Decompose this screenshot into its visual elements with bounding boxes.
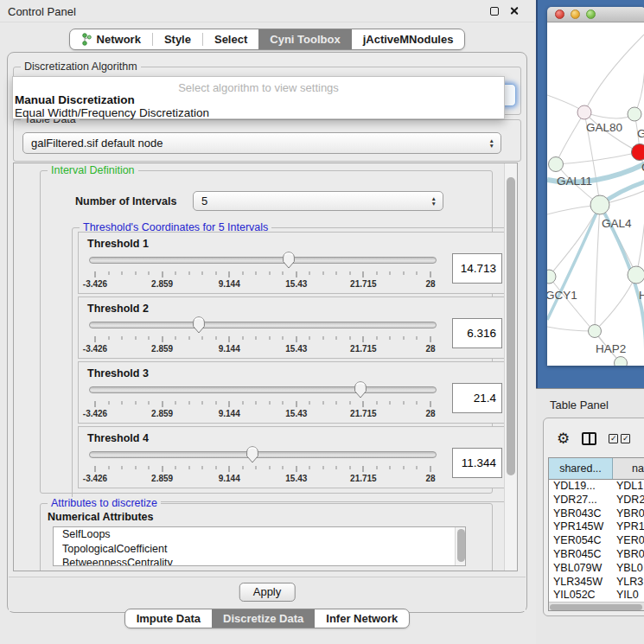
slider-tick	[95, 271, 96, 277]
threshold-slider[interactable]: -3.4262.8599.14415.4321.71528	[87, 380, 438, 420]
scrollbar-thumb[interactable]	[457, 529, 465, 562]
gear-icon[interactable]: ⚙	[557, 431, 570, 446]
slider-tick	[188, 271, 189, 275]
column-selector-icon[interactable]	[582, 432, 596, 445]
network-node[interactable]	[589, 325, 602, 338]
slider-track[interactable]	[89, 451, 437, 458]
scrollbar-thumb[interactable]	[550, 604, 642, 610]
slider-tick-label: 28	[425, 279, 435, 289]
apply-button[interactable]: Apply	[239, 583, 296, 602]
slider-tick	[188, 336, 189, 340]
scrollbar-thumb[interactable]	[507, 177, 515, 475]
network-node[interactable]	[549, 157, 564, 172]
table-row[interactable]: YLR345WYLR3	[549, 576, 644, 590]
float-window-icon[interactable]	[490, 7, 499, 16]
threshold-value-field[interactable]	[452, 253, 502, 284]
column-header-2[interactable]: na	[613, 458, 644, 479]
slider-tick	[390, 336, 391, 340]
network-node[interactable]	[615, 357, 628, 367]
zoom-traffic-light-icon[interactable]	[586, 10, 596, 19]
table-cell: YER0	[613, 534, 644, 548]
attribute-list-item[interactable]: SelfLoops	[54, 527, 465, 542]
slider-tick	[122, 336, 123, 340]
table-panel-container: ⚙ ✓ ✓ shared...na YDL19...YDL1YDR27...YD…	[543, 418, 644, 616]
slider-tick	[122, 401, 123, 405]
table-cell: YDR27...	[549, 494, 613, 507]
network-node[interactable]	[632, 144, 644, 161]
dropdown-placeholder[interactable]: Select algorithm to view settings	[13, 81, 504, 94]
threshold-slider[interactable]: -3.4262.8599.14415.4321.71528	[87, 445, 438, 485]
table-row[interactable]: YBR045CYBR0	[549, 548, 644, 562]
slider-tick	[108, 271, 109, 275]
checkbox-checked-icon[interactable]: ✓	[609, 434, 618, 443]
slider-tick	[390, 271, 391, 275]
tab-network[interactable]: Network	[70, 29, 152, 49]
slider-tick-label: 15.43	[285, 409, 307, 418]
attributes-scrollbar[interactable]	[455, 527, 465, 565]
column-header-1[interactable]: shared...	[549, 458, 613, 479]
table-cell: YBR045C	[549, 548, 613, 562]
network-node[interactable]	[628, 266, 644, 284]
slider-tick	[363, 466, 364, 472]
threshold-slider[interactable]: -3.4262.8599.14415.4321.71528	[87, 316, 438, 355]
tab-select[interactable]: Select	[203, 29, 258, 49]
slider-track[interactable]	[89, 386, 437, 393]
checkbox-checked-icon[interactable]: ✓	[621, 434, 630, 443]
threshold-value-field[interactable]	[452, 448, 502, 478]
network-canvas[interactable]: GAL80GACGAL11GAL4GCY1HHAP2	[547, 22, 644, 366]
slider-tick-label: 15.43	[285, 474, 307, 483]
slider-tick-label: 28	[425, 474, 435, 483]
number-of-intervals-combobox[interactable]: 5 ▲▼	[193, 191, 443, 211]
threshold-label: Threshold 4	[87, 432, 502, 444]
tab-style[interactable]: Style	[153, 29, 202, 49]
slider-tick	[417, 336, 418, 340]
slider-tick	[242, 466, 243, 469]
network-node[interactable]	[577, 105, 591, 119]
slider-track[interactable]	[89, 257, 437, 264]
network-node[interactable]	[628, 107, 641, 121]
table-cell: YPR145W	[549, 520, 613, 534]
table-row[interactable]: YPR145WYPR1	[549, 520, 644, 534]
slider-tick-label: 21.715	[350, 409, 377, 418]
close-icon[interactable]	[509, 6, 519, 16]
minimize-traffic-light-icon[interactable]	[571, 10, 580, 19]
network-edge	[584, 35, 644, 112]
slider-thumb-icon[interactable]	[193, 316, 206, 334]
threshold-value-field[interactable]	[452, 383, 502, 413]
tab-jactivemnodules[interactable]: jActiveMNodules	[352, 29, 465, 49]
table-data-combobox[interactable]: galFiltered.sif default node ▲▼	[22, 132, 501, 154]
threshold-slider[interactable]: -3.4262.8599.14415.4321.71528	[87, 251, 438, 290]
tab-discretize-data[interactable]: Discretize Data	[212, 609, 315, 628]
tab-infer-network[interactable]: Infer Network	[315, 609, 409, 628]
table-row[interactable]: YDR27...YDR2	[549, 494, 644, 507]
table-header-row: shared...na	[549, 458, 644, 480]
tab-impute-data[interactable]: Impute Data	[125, 609, 212, 628]
network-node[interactable]	[590, 195, 609, 214]
close-traffic-light-icon[interactable]	[555, 10, 564, 19]
threshold-panel: Threshold 3-3.4262.8599.14415.4321.71528	[78, 361, 512, 424]
slider-tick	[349, 336, 350, 340]
attribute-list-item[interactable]: TopologicalCoefficient	[54, 542, 465, 557]
main-vertical-scrollbar[interactable]	[504, 163, 517, 571]
slider-tick	[269, 466, 270, 469]
slider-track[interactable]	[89, 322, 437, 328]
network-view-region: GAL80GACGAL11GAL4GCY1HHAP2	[536, 0, 644, 388]
tab-cyni-toolbox[interactable]: Cyni Toolbox	[258, 29, 351, 49]
table-row[interactable]: YIL052CYIL0	[549, 589, 644, 603]
network-node[interactable]	[547, 270, 556, 284]
dropdown-option[interactable]: Equal Width/Frequency Discretization	[13, 107, 504, 120]
attribute-list-item[interactable]: BetweennessCentrality	[54, 556, 465, 566]
slider-tick-label: 28	[425, 409, 435, 418]
table-horizontal-scrollbar[interactable]	[549, 602, 644, 610]
slider-tick-label: 28	[425, 344, 435, 354]
table-row[interactable]: YDL19...YDL1	[549, 480, 644, 494]
dropdown-option[interactable]: Manual Discretization	[13, 94, 504, 107]
table-row[interactable]: YBR043CYBR0	[549, 507, 644, 521]
table-row[interactable]: YER054CYER0	[549, 534, 644, 548]
threshold-value-field[interactable]	[452, 318, 502, 348]
slider-thumb-icon[interactable]	[354, 381, 367, 399]
slider-thumb-icon[interactable]	[246, 446, 259, 463]
slider-thumb-icon[interactable]	[282, 252, 295, 269]
slider-tick	[376, 466, 377, 469]
table-row[interactable]: YBL079WYBL0	[549, 562, 644, 576]
